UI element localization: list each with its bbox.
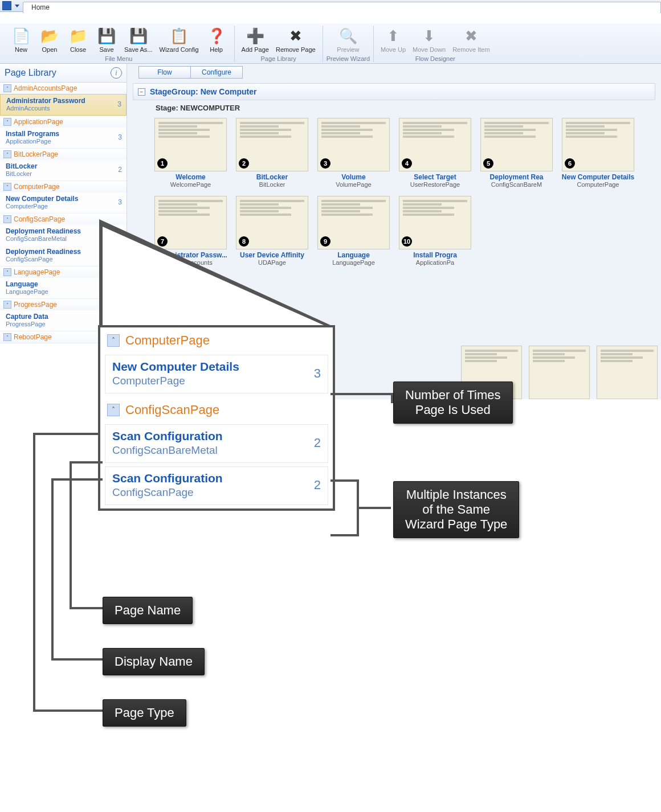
move-up-icon: ⬆ <box>384 27 402 45</box>
main-tabs: Flow Configure <box>127 64 661 79</box>
library-item[interactable]: Administrator PasswordAdminAccounts3 <box>0 94 127 116</box>
stage-thumb[interactable]: 4Select TargetUserRestorePage <box>397 118 474 188</box>
chevron-up-icon: ˄ <box>3 268 11 276</box>
info-icon[interactable]: i <box>111 67 122 79</box>
category-header[interactable]: ˄ConfigScanPage <box>0 214 127 225</box>
library-item[interactable]: New Computer DetailsComputerPage3 <box>0 192 127 213</box>
app-menu-dropdown-icon[interactable] <box>15 5 19 7</box>
save-button[interactable]: 💾Save <box>92 26 121 54</box>
thumb-extra[interactable] <box>529 346 590 399</box>
category-header[interactable]: ˄BitLockerPage <box>0 149 127 160</box>
stage-thumb[interactable]: 8User Device AffinityUDAPage <box>234 196 311 266</box>
library-item[interactable]: Capture DataProgressPage <box>0 310 127 331</box>
stage-thumb[interactable]: 6New Computer DetailsComputerPage <box>560 118 636 188</box>
page-library-sidebar: Page Library i ˄AdminAccountsPageAdminis… <box>0 64 127 399</box>
library-item[interactable]: Install ProgramsApplicationPage3 <box>0 128 127 148</box>
tab-flow[interactable]: Flow <box>138 66 191 79</box>
chevron-up-icon: ˄ <box>3 183 11 191</box>
stagegroup-title: StageGroup: New Computer <box>150 87 256 96</box>
add-page-button[interactable]: ➕Add Page <box>238 26 272 54</box>
stage-thumb[interactable]: 9LanguageLanguagePage <box>315 196 392 266</box>
remove-item-icon: ✖ <box>462 27 480 45</box>
thumb-extra[interactable] <box>597 346 658 399</box>
thumb-extra[interactable] <box>461 346 522 399</box>
library-item[interactable]: LanguageLanguagePage <box>0 278 127 298</box>
chevron-up-icon: ˄ <box>3 301 11 309</box>
save-icon: 💾 <box>97 27 116 45</box>
category-header[interactable]: ˄RebootPage <box>0 331 127 343</box>
remove-item-button: ✖Remove Item <box>449 26 493 54</box>
add-page-icon: ➕ <box>246 27 264 45</box>
stage-thumb[interactable]: 2BitLockerBitLocker <box>234 118 311 188</box>
stage-thumb[interactable]: 3VolumeVolumePage <box>315 118 392 188</box>
category-header[interactable]: ˄LanguagePage <box>0 266 127 278</box>
save-as-button[interactable]: 💾Save As... <box>121 26 156 54</box>
tab-configure[interactable]: Configure <box>190 66 243 79</box>
preview-icon: 🔍 <box>339 27 357 45</box>
move-down-button: ⬇Move Down <box>409 26 449 54</box>
chevron-up-icon: ˄ <box>3 150 11 158</box>
collapse-icon[interactable]: − <box>138 88 145 96</box>
wizard-config-icon: 📋 <box>170 27 188 45</box>
move-up-button: ⬆Move Up <box>377 26 409 54</box>
category-header[interactable]: ˄ProgressPage <box>0 299 127 310</box>
library-item[interactable]: BitLockerBitLocker2 <box>0 160 127 181</box>
chevron-up-icon: ˄ <box>3 333 11 341</box>
ribbon: 📄New📂Open📁Close💾Save💾Save As...📋Wizard C… <box>0 23 661 64</box>
close-button[interactable]: 📁Close <box>64 26 92 54</box>
stage-label: Stage: NEWCOMPUTER <box>156 104 661 112</box>
category-header[interactable]: ˄AdminAccountsPage <box>0 83 127 94</box>
tab-home[interactable]: Home <box>23 2 661 13</box>
help-button[interactable]: ❓Help <box>202 26 231 54</box>
save-as-icon: 💾 <box>129 27 148 45</box>
preview-button: 🔍Preview <box>333 26 362 54</box>
chevron-up-icon: ˄ <box>3 84 11 92</box>
flow-designer-main: Flow Configure − StageGroup: New Compute… <box>127 64 661 399</box>
remove-page-button[interactable]: ✖Remove Page <box>272 26 319 54</box>
close-icon: 📁 <box>69 27 87 45</box>
move-down-icon: ⬇ <box>420 27 438 45</box>
stage-thumb[interactable]: 1WelcomeWelcomePage <box>152 118 229 188</box>
library-item[interactable]: Deployment ReadinessConfigScanBareMetal <box>0 225 127 245</box>
open-button[interactable]: 📂Open <box>35 26 64 54</box>
wizard-config-button[interactable]: 📋Wizard Config <box>156 26 202 54</box>
category-header[interactable]: ˄ComputerPage <box>0 181 127 192</box>
open-icon: 📂 <box>40 27 59 45</box>
app-icon[interactable] <box>2 1 11 10</box>
stage-thumb[interactable]: 10Install PrograApplicationPa <box>397 196 474 266</box>
help-icon: ❓ <box>207 27 226 45</box>
sidebar-header: Page Library i <box>0 64 127 83</box>
stage-thumb[interactable]: 5Deployment ReaConfigScanBareM <box>478 118 555 188</box>
chevron-up-icon: ˄ <box>3 118 11 126</box>
stage-thumb[interactable]: 7Administrator Passw...AdminAccounts <box>152 196 229 266</box>
chevron-up-icon: ˄ <box>3 215 11 223</box>
new-button[interactable]: 📄New <box>7 26 35 54</box>
stagegroup-bar[interactable]: − StageGroup: New Computer <box>133 83 655 100</box>
category-header[interactable]: ˄ApplicationPage <box>0 116 127 128</box>
sidebar-title: Page Library <box>5 68 56 78</box>
library-item[interactable]: Deployment ReadinessConfigScanPage <box>0 245 127 266</box>
remove-page-icon: ✖ <box>287 27 305 45</box>
new-icon: 📄 <box>12 27 30 45</box>
